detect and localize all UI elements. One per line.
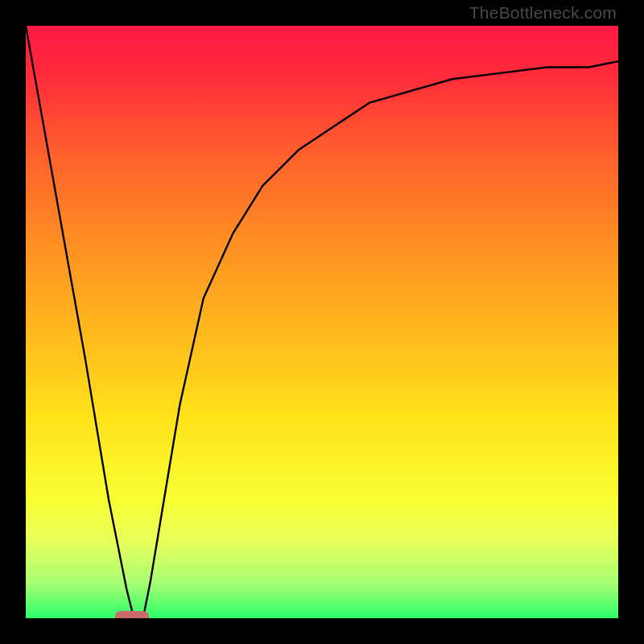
plot-area [26,26,618,618]
minimum-marker [115,611,149,618]
bottleneck-curve [26,26,618,618]
curve-layer [26,26,618,618]
watermark-text: TheBottleneck.com [469,3,617,23]
chart-frame: TheBottleneck.com [0,0,644,644]
